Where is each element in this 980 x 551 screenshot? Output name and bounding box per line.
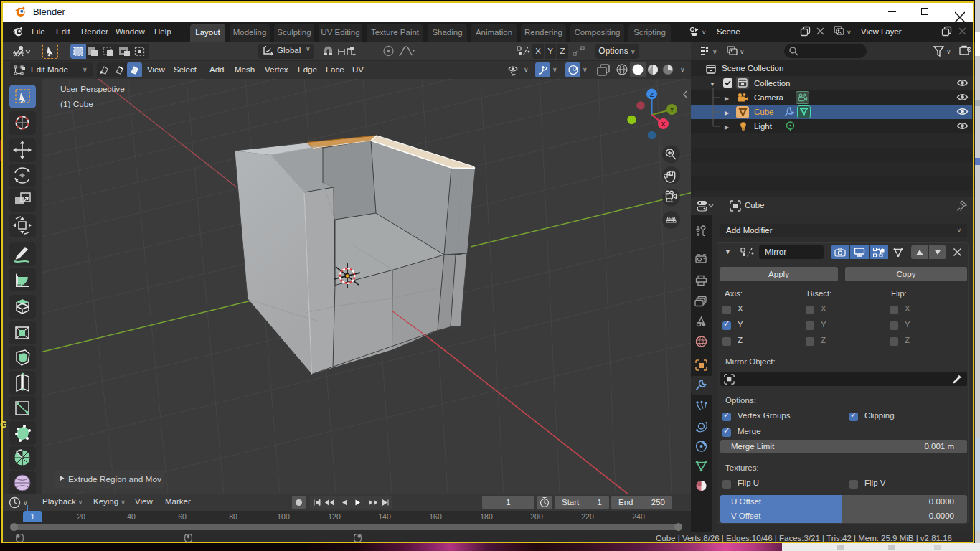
svg-text:(1) Cube: (1) Cube [60,99,93,109]
svg-text:User Perspective: User Perspective [60,84,125,94]
svg-text:Y: Y [669,106,674,113]
svg-text:Z: Z [650,91,654,98]
svg-text:Extrude Region and Mov: Extrude Region and Mov [68,474,161,484]
svg-text:X: X [661,121,665,128]
